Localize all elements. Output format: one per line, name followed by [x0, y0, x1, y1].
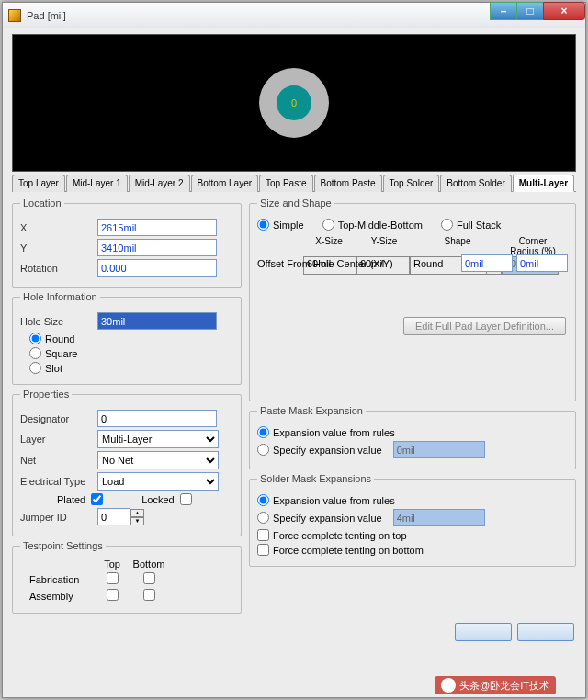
properties-group: Properties Designator LayerMulti-Layer N… — [12, 389, 242, 536]
solder-spec-radio[interactable] — [257, 512, 269, 524]
solder-value-input — [393, 509, 485, 526]
size-shape-group: Size and Shape Simple Top-Middle-Bottom … — [249, 198, 576, 401]
net-label: Net — [20, 455, 94, 466]
layer-select[interactable]: Multi-Layer — [97, 430, 219, 448]
jumper-spinner[interactable]: ▲▼ — [97, 508, 144, 525]
solder-rules-radio[interactable] — [257, 494, 269, 506]
ysize-header: Y-Size — [358, 236, 410, 256]
pad-outer-ring: 0 — [259, 68, 329, 138]
tp-asm-top-checkbox[interactable] — [107, 589, 119, 601]
tab-top-solder[interactable]: Top Solder — [383, 175, 440, 192]
spin-down-icon[interactable]: ▼ — [130, 517, 144, 525]
simple-radio[interactable] — [257, 219, 269, 231]
hole-round-label: Round — [45, 333, 74, 344]
tp-asm-bot-checkbox[interactable] — [143, 589, 155, 601]
tab-bottom-paste[interactable]: Bottom Paste — [314, 175, 382, 192]
edit-full-pad-button: Edit Full Pad Layer Definition... — [403, 317, 566, 335]
fullstack-label: Full Stack — [457, 220, 501, 231]
net-select[interactable]: No Net — [97, 451, 219, 469]
etype-label: Electrical Type — [20, 476, 94, 487]
spin-up-icon[interactable]: ▲ — [130, 509, 144, 517]
properties-legend: Properties — [20, 389, 72, 400]
tp-fab-top-checkbox[interactable] — [107, 572, 119, 584]
ok-button[interactable] — [455, 623, 512, 641]
tab-mid-layer-2[interactable]: Mid-Layer 2 — [129, 175, 190, 192]
tab-multi-layer[interactable]: Multi-Layer — [513, 175, 574, 192]
maximize-button[interactable]: □ — [516, 2, 544, 20]
hole-size-input[interactable] — [97, 312, 217, 330]
hole-square-label: Square — [45, 348, 77, 359]
fullstack-radio[interactable] — [441, 219, 453, 231]
y-label: Y — [20, 243, 94, 254]
plated-label: Plated — [57, 494, 85, 505]
locked-checkbox[interactable] — [180, 493, 192, 505]
offset-y-input[interactable] — [516, 254, 568, 272]
titlebar[interactable]: Pad [mil] – □ × — [3, 3, 585, 28]
hole-square-radio[interactable] — [29, 347, 41, 359]
tenting-top-checkbox[interactable] — [257, 529, 269, 541]
hole-size-label: Hole Size — [20, 316, 94, 327]
etype-select[interactable]: Load — [97, 472, 219, 491]
pad-dialog: Pad [mil] – □ × 0 Top LayerMid-Layer 1Mi… — [2, 2, 586, 698]
testpoint-legend: Testpoint Settings — [20, 540, 106, 551]
paste-spec-label: Specify expansion value — [273, 445, 382, 456]
designator-label: Designator — [20, 413, 94, 424]
tab-top-paste[interactable]: Top Paste — [259, 175, 312, 192]
x-label: X — [20, 222, 94, 233]
offset-label: Offset From Hole Center (X/Y) — [257, 258, 458, 269]
tp-bottom-header: Bottom — [130, 559, 167, 570]
paste-spec-radio[interactable] — [257, 444, 269, 456]
simple-label: Simple — [273, 220, 304, 231]
tmb-label: Top-Middle-Bottom — [338, 220, 423, 231]
hole-group: Hole Information Hole Size Round Square … — [12, 291, 242, 385]
solder-legend: Solder Mask Expansions — [257, 473, 374, 484]
solder-spec-label: Specify expansion value — [273, 513, 382, 524]
hole-slot-label: Slot — [45, 363, 62, 374]
size-legend: Size and Shape — [257, 198, 334, 209]
cancel-button[interactable] — [517, 623, 574, 641]
testpoint-group: Testpoint Settings TopBottom Fabrication… — [12, 540, 242, 614]
tab-top-layer[interactable]: Top Layer — [12, 175, 65, 192]
location-group: Location X Y Rotation — [12, 198, 242, 288]
paste-mask-group: Paste Mask Expansion Expansion value fro… — [249, 405, 576, 469]
designator-input[interactable] — [97, 410, 217, 427]
shape-header: Shape — [413, 236, 502, 256]
tenting-bot-checkbox[interactable] — [257, 544, 269, 556]
close-button[interactable]: × — [543, 2, 585, 20]
jumper-input[interactable] — [97, 508, 130, 525]
hole-slot-radio[interactable] — [29, 362, 41, 374]
paste-rules-label: Expansion value from rules — [273, 427, 395, 438]
paste-legend: Paste Mask Expansion — [257, 405, 366, 416]
layer-tabs: Top LayerMid-Layer 1Mid-Layer 2Bottom La… — [12, 174, 576, 192]
plated-checkbox[interactable] — [91, 493, 103, 505]
rotation-input[interactable] — [97, 259, 217, 277]
dialog-footer — [3, 617, 585, 647]
tmb-radio[interactable] — [322, 219, 334, 231]
offset-x-input[interactable] — [461, 254, 513, 272]
minimize-button[interactable]: – — [490, 2, 517, 20]
tenting-top-label: Force complete tenting on top — [273, 530, 407, 541]
pad-inner-circle: 0 — [277, 85, 311, 120]
location-legend: Location — [20, 198, 64, 209]
tenting-bot-label: Force complete tenting on bottom — [273, 545, 424, 556]
layer-label: Layer — [20, 434, 94, 445]
hole-legend: Hole Information — [20, 291, 100, 302]
tab-bottom-solder[interactable]: Bottom Solder — [440, 175, 511, 192]
tab-mid-layer-1[interactable]: Mid-Layer 1 — [66, 175, 128, 192]
rotation-label: Rotation — [20, 263, 94, 274]
tab-bottom-layer[interactable]: Bottom Layer — [191, 175, 258, 192]
watermark: 头条@卧龙会IT技术 — [435, 676, 556, 694]
hole-round-radio[interactable] — [29, 333, 41, 344]
x-input[interactable] — [97, 219, 217, 236]
paste-rules-radio[interactable] — [257, 426, 269, 438]
window-title: Pad [mil] — [27, 10, 66, 21]
avatar-icon — [441, 678, 456, 693]
solder-rules-label: Expansion value from rules — [273, 495, 395, 506]
corner-header: Corner Radius (%) — [505, 236, 560, 256]
solder-mask-group: Solder Mask Expansions Expansion value f… — [249, 473, 576, 567]
tp-top-header: Top — [94, 559, 130, 570]
tp-fab-label: Fabrication — [29, 574, 94, 585]
y-input[interactable] — [97, 239, 217, 256]
jumper-label: Jumper ID — [20, 512, 94, 523]
tp-fab-bot-checkbox[interactable] — [143, 572, 155, 584]
